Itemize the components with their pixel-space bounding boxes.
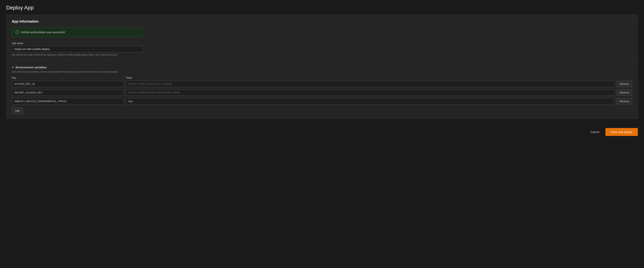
app-information-card: App Information ✓ GitHub authorization w… bbox=[6, 15, 638, 119]
env-value-input[interactable] bbox=[126, 98, 614, 104]
app-name-hint: We will fork the main branch from reposi… bbox=[12, 54, 632, 56]
save-and-deploy-button[interactable]: Save and deploy bbox=[606, 128, 638, 136]
env-key-input[interactable] bbox=[12, 89, 124, 96]
remove-button[interactable]: Remove bbox=[616, 81, 632, 87]
env-value-input[interactable] bbox=[126, 89, 614, 96]
app-name-input[interactable] bbox=[12, 46, 143, 52]
page-title: Deploy App bbox=[6, 5, 638, 11]
footer: Cancel Save and deploy bbox=[6, 125, 638, 136]
remove-button[interactable]: Remove bbox=[616, 89, 632, 96]
remove-button[interactable]: Remove bbox=[616, 98, 632, 104]
env-row: Remove bbox=[12, 89, 632, 96]
section-divider bbox=[12, 61, 632, 61]
env-section-desc: Add environment variables to save secret… bbox=[12, 71, 632, 73]
card-header: App Information bbox=[12, 20, 632, 24]
env-row: Remove bbox=[12, 98, 632, 104]
success-icon: ✓ bbox=[16, 30, 19, 34]
env-key-input[interactable] bbox=[12, 81, 124, 87]
success-banner: ✓ GitHub authorization was successful. bbox=[12, 28, 143, 37]
env-section-title: Environment variables bbox=[16, 66, 47, 69]
app-name-label: App name bbox=[12, 42, 632, 45]
value-column-label: Value bbox=[126, 76, 632, 79]
env-column-headers: Key Value bbox=[12, 76, 632, 79]
chevron-down-icon: ▼ bbox=[12, 66, 14, 69]
env-key-input[interactable] bbox=[12, 98, 124, 104]
cancel-button[interactable]: Cancel bbox=[587, 128, 602, 136]
key-column-label: Key bbox=[12, 76, 124, 79]
app-name-group: App name We will fork the main branch fr… bbox=[12, 42, 632, 56]
add-button[interactable]: Add bbox=[12, 108, 23, 114]
env-section-header: ▼ Environment variables bbox=[12, 66, 632, 69]
env-value-input[interactable] bbox=[126, 81, 614, 87]
env-row: Remove bbox=[12, 81, 632, 87]
success-message: GitHub authorization was successful. bbox=[21, 31, 66, 34]
